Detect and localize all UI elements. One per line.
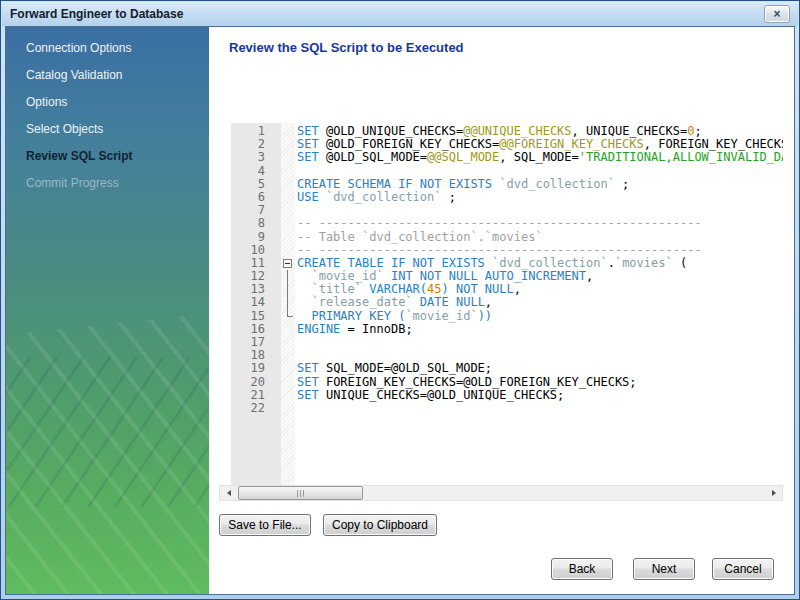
fold-cell: [281, 204, 295, 217]
scrollbar-grip-icon: [297, 490, 305, 497]
close-button[interactable]: ×: [764, 5, 790, 23]
line-number: 19: [231, 362, 281, 375]
line-number: 1: [231, 125, 281, 138]
sidebar-steps: Connection OptionsCatalog ValidationOpti…: [6, 27, 209, 197]
line-number: 8: [231, 217, 281, 230]
client-area: Connection OptionsCatalog ValidationOpti…: [5, 26, 795, 595]
line-number: 21: [231, 389, 281, 402]
fold-cell: [281, 165, 295, 178]
fold-cell: [281, 125, 295, 138]
fold-cell: [281, 244, 295, 257]
fold-cell: [281, 138, 295, 151]
main-panel: Review the SQL Script to be Executed 123…: [209, 27, 794, 594]
line-number-gutter: 12345678910111213141516171819202122: [231, 123, 281, 485]
sidebar-item-select-objects: Select Objects: [6, 116, 209, 143]
close-icon: ×: [773, 7, 780, 21]
fold-cell: [281, 376, 295, 389]
fold-margin: [281, 123, 295, 485]
line-number: 2: [231, 138, 281, 151]
fold-marker-end: [281, 310, 295, 323]
editor-left-pad: [219, 123, 231, 485]
fold-marker-line: [281, 270, 295, 283]
scroll-right-arrow-icon[interactable]: [766, 486, 782, 500]
collapse-icon[interactable]: [283, 259, 292, 268]
sidebar-item-commit-progress: Commit Progress: [6, 170, 209, 197]
horizontal-scrollbar[interactable]: [219, 485, 783, 501]
window-title: Forward Engineer to Database: [10, 7, 183, 21]
sidebar-decor-stripes-dark: [6, 357, 209, 507]
line-number: 3: [231, 151, 281, 164]
line-number: 15: [231, 310, 281, 323]
fold-cell: [281, 217, 295, 230]
fold-cell: [281, 362, 295, 375]
fold-cell: [281, 178, 295, 191]
code-line[interactable]: [295, 336, 783, 349]
back-button[interactable]: Back: [551, 558, 613, 580]
save-to-file-button[interactable]: Save to File...: [219, 514, 311, 536]
next-button[interactable]: Next: [633, 558, 695, 580]
sidebar-item-catalog-validation: Catalog Validation: [6, 62, 209, 89]
line-number: 7: [231, 204, 281, 217]
fold-cell: [281, 191, 295, 204]
line-number: 9: [231, 231, 281, 244]
fold-marker-line: [281, 283, 295, 296]
scrollbar-thumb[interactable]: [238, 486, 363, 500]
sidebar-item-review-sql-script: Review SQL Script: [6, 143, 209, 170]
cancel-button[interactable]: Cancel: [712, 558, 774, 580]
code-area[interactable]: SET @OLD_UNIQUE_CHECKS=@@UNIQUE_CHECKS, …: [295, 123, 783, 485]
sidebar-decor-stripes-light: [6, 307, 209, 594]
fold-marker-box[interactable]: [281, 257, 295, 270]
line-number: 22: [231, 402, 281, 415]
line-number: 10: [231, 244, 281, 257]
code-line[interactable]: [295, 402, 783, 415]
line-number: 6: [231, 191, 281, 204]
code-line[interactable]: SET UNIQUE_CHECKS=@OLD_UNIQUE_CHECKS;: [295, 389, 783, 402]
fold-cell: [281, 389, 295, 402]
wizard-sidebar: Connection OptionsCatalog ValidationOpti…: [6, 27, 209, 594]
page-title: Review the SQL Script to be Executed: [229, 40, 464, 55]
fold-cell: [281, 151, 295, 164]
wizard-window: Forward Engineer to Database × Connectio…: [0, 0, 800, 600]
line-number: 20: [231, 376, 281, 389]
line-number: 5: [231, 178, 281, 191]
fold-cell: [281, 323, 295, 336]
code-line[interactable]: USE `dvd_collection` ;: [295, 191, 783, 204]
copy-to-clipboard-button[interactable]: Copy to Clipboard: [323, 514, 437, 536]
sidebar-item-connection-options: Connection Options: [6, 35, 209, 62]
title-bar: Forward Engineer to Database: [2, 2, 798, 26]
fold-cell: [281, 231, 295, 244]
fold-cell: [281, 402, 295, 415]
fold-cell: [281, 349, 295, 362]
code-line[interactable]: SET @OLD_SQL_MODE=@@SQL_MODE, SQL_MODE='…: [295, 151, 783, 164]
fold-marker-line: [281, 296, 295, 309]
sidebar-item-options: Options: [6, 89, 209, 116]
code-line[interactable]: ENGINE = InnoDB;: [295, 323, 783, 336]
scroll-left-arrow-icon[interactable]: [220, 486, 236, 500]
fold-cell: [281, 336, 295, 349]
line-number: 14: [231, 296, 281, 309]
line-number: 4: [231, 165, 281, 178]
sql-script-editor[interactable]: 12345678910111213141516171819202122 SET …: [219, 123, 783, 485]
